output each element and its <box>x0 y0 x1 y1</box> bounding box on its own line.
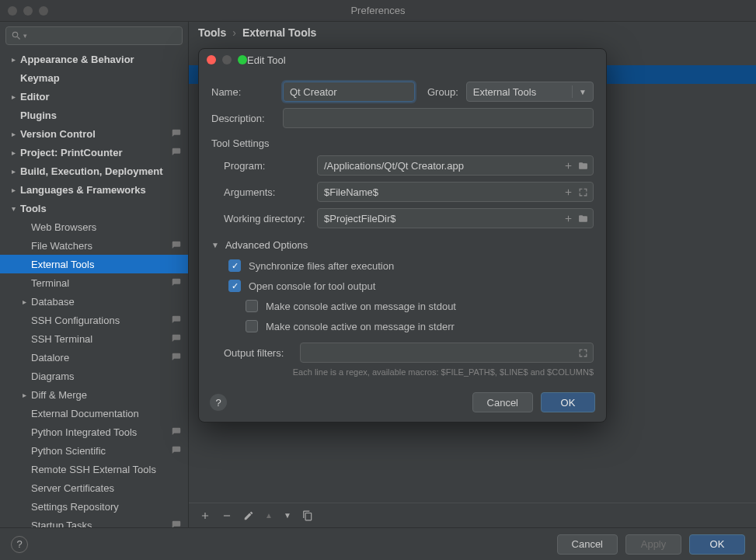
sidebar-item[interactable]: Datalore <box>0 348 188 367</box>
arguments-label: Arguments: <box>211 186 309 198</box>
sidebar-item[interactable]: Terminal <box>0 273 188 292</box>
sidebar-item[interactable]: Startup Tasks <box>0 516 188 527</box>
sidebar-item[interactable]: SSH Terminal <box>0 329 188 348</box>
sidebar-item-label: External Documentation <box>31 408 182 419</box>
folder-icon[interactable] <box>578 214 588 224</box>
project-scope-icon <box>171 315 182 325</box>
chevron-right-icon: ▸ <box>8 186 19 194</box>
sidebar-item[interactable]: Diagrams <box>0 367 188 385</box>
sidebar-item-label: Tools <box>20 203 182 214</box>
sidebar-item[interactable]: Python Integrated Tools <box>0 423 188 441</box>
chevron-right-icon: ▸ <box>8 55 19 64</box>
dialog-help-button[interactable]: ? <box>210 394 227 411</box>
dialog-ok-button[interactable]: OK <box>541 392 595 412</box>
insert-macro-icon[interactable] <box>563 187 573 197</box>
sidebar-item[interactable]: Python Scientific <box>0 441 188 460</box>
sidebar-item[interactable]: Web Browsers <box>0 217 188 236</box>
project-scope-icon <box>171 147 182 158</box>
program-field[interactable]: /Applications/Qt/Qt Creator.app <box>317 155 594 176</box>
edit-tool-dialog: Edit Tool Name: Qt Creator Group: Extern… <box>198 48 607 423</box>
expand-icon[interactable] <box>578 348 588 358</box>
advanced-options-toggle[interactable]: ▼ Advanced Options <box>211 239 594 251</box>
sidebar-item[interactable]: ▸Database <box>0 292 188 311</box>
description-label: Description: <box>211 113 275 124</box>
name-label: Name: <box>211 86 275 98</box>
close-icon[interactable] <box>207 55 216 64</box>
sidebar-item[interactable]: ▸Editor <box>0 87 188 106</box>
project-scope-icon <box>171 128 182 139</box>
down-icon[interactable]: ▼ <box>284 511 291 520</box>
sidebar-item-label: Editor <box>20 91 182 103</box>
zoom-icon[interactable] <box>238 55 247 64</box>
chevron-down-icon: ▾ <box>23 32 27 40</box>
folder-icon[interactable] <box>578 161 588 171</box>
edit-icon[interactable] <box>243 510 254 521</box>
add-icon[interactable] <box>200 510 211 521</box>
sidebar-item[interactable]: ▾Tools <box>0 199 188 217</box>
chevron-right-icon: ▸ <box>8 92 19 101</box>
expand-icon[interactable] <box>578 187 588 197</box>
ok-button[interactable]: OK <box>689 534 745 555</box>
search-input[interactable]: ▾ <box>5 26 183 45</box>
up-icon[interactable]: ▲ <box>265 511 273 520</box>
sidebar-item[interactable]: Settings Repository <box>0 497 188 516</box>
working-directory-field[interactable]: $ProjectFileDir$ <box>317 208 594 228</box>
active-stderr-label: Make console active on message in stderr <box>266 321 455 332</box>
list-toolbar: ▲ ▼ <box>189 503 756 527</box>
sidebar-item[interactable]: ▸Languages & Frameworks <box>0 180 188 199</box>
active-stderr-checkbox[interactable] <box>246 320 258 332</box>
name-field[interactable]: Qt Creator <box>283 82 415 102</box>
breadcrumb-root[interactable]: Tools <box>198 26 226 39</box>
sidebar-item[interactable]: External Tools <box>0 255 188 273</box>
dialog-title: Edit Tool <box>247 54 286 66</box>
sidebar-item[interactable]: SSH Configurations <box>0 311 188 329</box>
help-button[interactable]: ? <box>11 536 28 553</box>
output-filters-field[interactable] <box>300 343 594 363</box>
sidebar-item-label: SSH Terminal <box>31 333 171 345</box>
active-stdout-label: Make console active on message in stdout <box>266 301 456 312</box>
dialog-cancel-button[interactable]: Cancel <box>472 392 533 412</box>
sidebar-item-label: SSH Configurations <box>31 315 171 326</box>
sidebar-item[interactable]: Plugins <box>0 106 188 124</box>
sidebar-item[interactable]: File Watchers <box>0 236 188 255</box>
active-stdout-checkbox[interactable] <box>246 300 258 312</box>
insert-macro-icon[interactable] <box>563 161 573 171</box>
group-label: Group: <box>427 86 458 98</box>
chevron-down-icon: ▼ <box>211 241 219 249</box>
dialog-traffic-lights <box>207 55 247 64</box>
copy-icon[interactable] <box>302 510 313 521</box>
sync-files-label: Synchronize files after execution <box>249 260 394 272</box>
sidebar-item[interactable]: ▸Appearance & Behavior <box>0 50 188 68</box>
apply-button[interactable]: Apply <box>625 534 681 555</box>
insert-macro-icon[interactable] <box>563 214 573 224</box>
sidebar-item[interactable]: ▸Diff & Merge <box>0 385 188 404</box>
sidebar-item-label: Python Scientific <box>31 445 171 457</box>
sidebar-item-label: Build, Execution, Deployment <box>20 165 182 177</box>
sidebar-item[interactable]: Remote SSH External Tools <box>0 460 188 478</box>
description-field[interactable] <box>283 108 594 128</box>
breadcrumb-leaf: External Tools <box>242 26 316 39</box>
sidebar-item[interactable]: Server Certificates <box>0 478 188 497</box>
sidebar-item[interactable]: External Documentation <box>0 404 188 423</box>
settings-sidebar: ▾ ▸Appearance & BehaviorKeymap▸EditorPlu… <box>0 22 189 527</box>
cancel-button[interactable]: Cancel <box>557 534 618 555</box>
group-select[interactable]: External Tools ▼ <box>466 82 594 102</box>
sidebar-item[interactable]: ▸Version Control <box>0 124 188 143</box>
window-title: Preferences <box>0 5 756 16</box>
open-console-checkbox[interactable] <box>228 280 241 292</box>
settings-tree[interactable]: ▸Appearance & BehaviorKeymap▸EditorPlugi… <box>0 48 188 527</box>
sidebar-item-label: Settings Repository <box>31 501 182 513</box>
sidebar-item[interactable]: ▸Build, Execution, Deployment <box>0 162 188 180</box>
sidebar-item[interactable]: ▸Project: PrintCounter <box>0 143 188 162</box>
window-footer: ? Cancel Apply OK <box>0 527 756 560</box>
sidebar-item-label: Appearance & Behavior <box>20 54 182 65</box>
project-scope-icon <box>171 240 182 251</box>
arguments-field[interactable]: $FileName$ <box>317 182 594 202</box>
remove-icon[interactable] <box>221 510 232 521</box>
sync-files-checkbox[interactable] <box>228 259 241 272</box>
tool-settings-header: Tool Settings <box>211 137 594 149</box>
sidebar-item[interactable]: Keymap <box>0 68 188 87</box>
sidebar-item-label: Version Control <box>20 128 171 140</box>
chevron-right-icon: ▸ <box>19 297 30 306</box>
breadcrumb: Tools › External Tools <box>189 22 756 43</box>
